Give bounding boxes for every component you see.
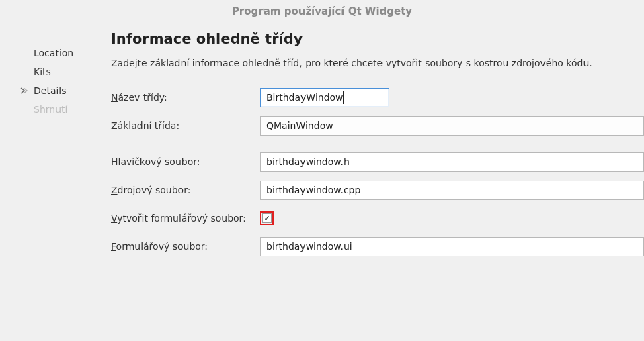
class-name-input[interactable] xyxy=(260,88,389,107)
sidebar-item-label: Details xyxy=(34,85,67,96)
wizard-window: Program používající Qt Widgety Location … xyxy=(0,0,644,341)
label-source-file: Zdrojový soubor: xyxy=(111,185,260,195)
label-generate-form: Vytvořit formulářový soubor: xyxy=(111,213,260,224)
label-header-file: Hlavičkový soubor: xyxy=(111,156,260,167)
wizard-body: Location Kits Details Shrnutí Informace … xyxy=(0,20,644,341)
sidebar-item-label: Location xyxy=(34,48,73,58)
generate-form-checkbox[interactable]: ✓ xyxy=(262,213,272,223)
header-file-input[interactable] xyxy=(260,152,644,172)
base-class-select[interactable]: QMainWindow xyxy=(260,116,644,136)
sidebar-item-kits[interactable]: Kits xyxy=(34,62,111,81)
window-title: Program používající Qt Widgety xyxy=(0,0,644,20)
row-class-name: Název třídy: xyxy=(111,87,644,107)
wizard-sidebar: Location Kits Details Shrnutí xyxy=(0,27,111,341)
base-class-value: QMainWindow xyxy=(266,120,333,131)
text-caret xyxy=(343,91,344,104)
sidebar-item-location[interactable]: Location xyxy=(34,44,111,62)
row-form-file: Formulářový soubor: xyxy=(111,236,644,256)
generate-form-highlight: ✓ xyxy=(260,211,274,225)
check-icon: ✓ xyxy=(264,215,270,222)
row-header-file: Hlavičkový soubor: xyxy=(111,152,644,172)
row-base-class: Základní třída: QMainWindow xyxy=(111,115,644,136)
label-class-name: Název třídy: xyxy=(111,92,260,103)
label-base-class: Základní třída: xyxy=(111,120,260,131)
wizard-main: Informace ohledně třídy Zadejte základní… xyxy=(111,27,644,341)
label-form-file: Formulářový soubor: xyxy=(111,241,260,252)
sidebar-item-details[interactable]: Details xyxy=(34,81,111,100)
row-generate-form: Vytvořit formulářový soubor: ✓ xyxy=(111,208,644,228)
source-file-input[interactable] xyxy=(260,181,644,200)
sidebar-item-label: Kits xyxy=(34,66,51,77)
page-title: Informace ohledně třídy xyxy=(111,31,644,47)
sidebar-item-label: Shrnutí xyxy=(34,104,67,115)
form-file-input[interactable] xyxy=(260,237,644,256)
row-source-file: Zdrojový soubor: xyxy=(111,180,644,200)
page-description: Zadejte základní informace ohledně tříd,… xyxy=(111,58,644,68)
sidebar-item-summary: Shrnutí xyxy=(34,100,111,119)
